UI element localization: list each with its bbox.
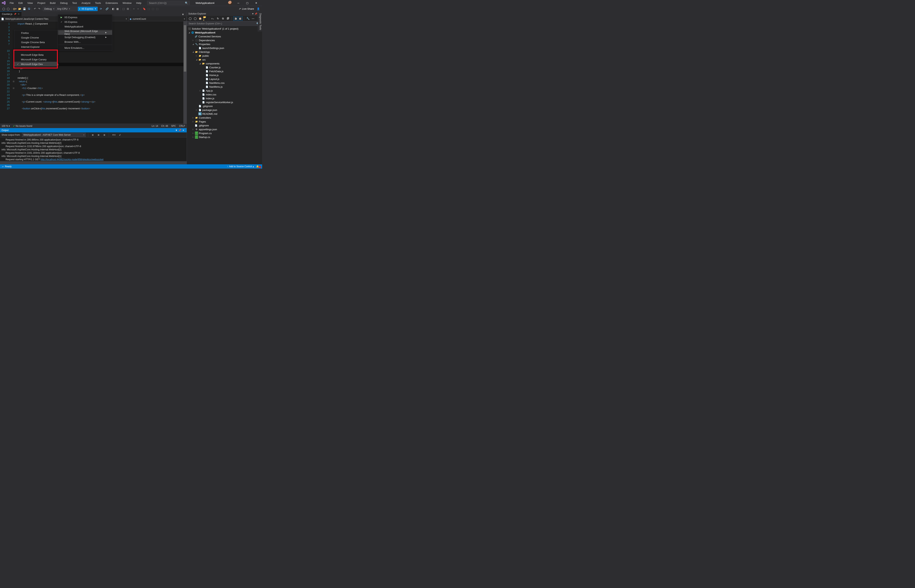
tab-close-icon[interactable]: ✕: [18, 13, 19, 15]
pt-f[interactable]: —: [251, 16, 255, 21]
output-wrap-button[interactable]: ↲: [118, 133, 122, 137]
pt-d[interactable]: ◨: [233, 16, 238, 21]
menu-help[interactable]: Help: [134, 1, 143, 5]
new-item-button[interactable]: ▧▾: [12, 7, 18, 11]
node-clientapp[interactable]: ◢📂ClientApp: [187, 50, 262, 54]
solution-explorer-title[interactable]: Solution Explorer ▼ 📌 ✕: [187, 11, 262, 16]
menu-web-browser[interactable]: Web Browser (Microsoft Edge Dev)▶: [58, 30, 112, 35]
output-dropdown-icon[interactable]: ▼: [175, 129, 178, 132]
menu-file[interactable]: File: [8, 1, 16, 5]
pt-home[interactable]: 🏠: [198, 16, 202, 21]
output-pin-icon[interactable]: 📌: [178, 129, 182, 132]
node-program[interactable]: ▷C#Program.cs: [187, 131, 262, 135]
menu-debug[interactable]: Debug: [58, 1, 70, 5]
node-indexcss[interactable]: 📄index.css: [187, 92, 262, 96]
panel-pin-icon[interactable]: 📌: [254, 13, 257, 15]
editor-scrollbar[interactable]: [183, 21, 187, 124]
pt-b[interactable]: ⧉: [221, 16, 225, 21]
output-btn-b[interactable]: ≣: [96, 133, 101, 137]
node-solution[interactable]: ⬛Solution 'WebApplication4' (1 of 1 proj…: [187, 27, 262, 31]
solution-search[interactable]: Search Solution Explorer (Ctrl+;)🔍▾: [187, 21, 262, 26]
bookmark-button[interactable]: 🔖: [142, 7, 147, 11]
tb-btn-f[interactable]: ≡: [136, 7, 140, 11]
close-button[interactable]: ✕: [252, 0, 260, 6]
node-deps[interactable]: ▷⬚Dependencies: [187, 38, 262, 42]
menu-chrome-beta[interactable]: Google Chrome Beta: [15, 40, 58, 45]
notifications-button[interactable]: 🔔1: [255, 165, 260, 168]
tb-btn-g[interactable]: ⬚: [147, 7, 151, 11]
run-button[interactable]: ▶IIS Express▼: [78, 7, 98, 11]
node-home[interactable]: 📄Home.js: [187, 73, 262, 77]
node-launch[interactable]: 📄launchSettings.json: [187, 46, 262, 50]
menu-window[interactable]: Window: [121, 1, 133, 5]
menu-edge-canary[interactable]: Microsoft Edge Canary: [15, 57, 57, 62]
node-fetch[interactable]: 📄FetchData.js: [187, 69, 262, 73]
tb-btn-a[interactable]: ◧: [111, 7, 115, 11]
menu-analyze[interactable]: Analyze: [79, 1, 92, 5]
output-clear-button[interactable]: ✕≡: [112, 133, 116, 137]
menu-browse-with[interactable]: Browse With...: [58, 39, 112, 44]
pt-fwd[interactable]: ◯: [193, 16, 197, 21]
menu-iis-express-2[interactable]: ✓IIS Express: [58, 19, 112, 24]
node-indexjs[interactable]: 📄index.js: [187, 96, 262, 100]
output-link[interactable]: http://localhost:44362/sockjs-node/858/g…: [40, 158, 103, 161]
quick-search[interactable]: Search (Ctrl+Q) 🔍: [147, 1, 190, 5]
solution-tree[interactable]: ⬛Solution 'WebApplication4' (1 of 1 proj…: [187, 26, 262, 164]
pt-e[interactable]: ◧: [238, 16, 242, 21]
menu-edge-dev[interactable]: ✓Microsoft Edge Dev: [15, 62, 57, 66]
node-appjs[interactable]: ▷📄App.js: [187, 89, 262, 92]
menu-view[interactable]: View: [25, 1, 35, 5]
tb-btn-h[interactable]: ⬚: [151, 7, 155, 11]
maximize-button[interactable]: ▢: [243, 0, 252, 6]
tb-btn-c[interactable]: ⬚: [121, 7, 126, 11]
node-gitignore[interactable]: 📄.gitignore: [187, 104, 262, 108]
save-button[interactable]: 💾: [22, 7, 27, 11]
output-btn-c[interactable]: ≣: [102, 133, 107, 137]
pt-wrench[interactable]: 🔧: [246, 16, 250, 21]
node-navcss[interactable]: 📄NavMenu.css: [187, 81, 262, 85]
config-combo[interactable]: Debug▼: [43, 7, 55, 11]
panel-dropdown-icon[interactable]: ▼: [251, 13, 254, 15]
output-btn-a[interactable]: ≣: [91, 133, 95, 137]
pt-back[interactable]: ◯: [188, 16, 192, 21]
zoom-combo[interactable]: 100 % ▾: [2, 124, 10, 128]
pt-a[interactable]: ⟐▾: [211, 16, 215, 21]
tb-btn-d[interactable]: ⊟: [126, 7, 130, 11]
menu-chrome[interactable]: Google Chrome: [15, 35, 58, 40]
pt-c[interactable]: 🗐: [226, 16, 230, 21]
node-pages[interactable]: ▷📁Pages: [187, 120, 262, 123]
node-navjs[interactable]: 📄NavMenu.js: [187, 85, 262, 89]
menu-extensions[interactable]: Extensions: [103, 1, 120, 5]
tab-overflow-button[interactable]: ▼: [181, 12, 185, 16]
nav-member-combo[interactable]: ◆ currentCount ▼: [129, 17, 187, 21]
save-all-button[interactable]: 🖫: [27, 7, 31, 11]
tb-btn-i[interactable]: ⬚: [155, 7, 159, 11]
node-controllers[interactable]: ▷📁Controllers: [187, 116, 262, 120]
node-public[interactable]: ▷📁public: [187, 54, 262, 58]
menu-script-debugging[interactable]: Script Debugging (Enabled)▶: [58, 35, 112, 39]
nav-back-button[interactable]: ◯: [2, 7, 6, 11]
menu-more-emulators[interactable]: More Emulators...: [58, 45, 112, 50]
menu-project[interactable]: Project: [36, 1, 47, 5]
node-rsw[interactable]: 📄registerServiceWorker.js: [187, 100, 262, 104]
menu-edit[interactable]: Edit: [16, 1, 24, 5]
output-text[interactable]: Request finished in 295.985ms 200 applic…: [0, 137, 187, 161]
menu-ie[interactable]: Internet Explorer: [15, 45, 58, 49]
node-project[interactable]: ◢🌐WebApplication4: [187, 31, 262, 34]
menu-build[interactable]: Build: [48, 1, 58, 5]
menu-edge-beta[interactable]: Microsoft Edge Beta: [15, 52, 57, 57]
live-share-button[interactable]: ↗ Live Share: [237, 7, 256, 10]
undo-button[interactable]: ↶: [33, 7, 37, 11]
menu-webapp4[interactable]: WebApplication4: [58, 24, 112, 29]
diagnostic-tools-tab[interactable]: Diagnostic Tools: [258, 11, 262, 32]
minimize-button[interactable]: ─: [234, 0, 243, 6]
node-pkg[interactable]: ▷📄package.json: [187, 108, 262, 112]
nav-scope-combo[interactable]: 📄 WebApplication4 JavaScript Content Fil…: [0, 17, 66, 21]
output-source-combo[interactable]: WebApplication4 - ASP.NET Core Web Serve…: [22, 133, 86, 137]
platform-combo[interactable]: Any CPU▼: [56, 7, 77, 11]
browser-link-button[interactable]: 🔗: [105, 7, 109, 11]
open-button[interactable]: 📂: [18, 7, 22, 11]
node-readme[interactable]: M↓README.md: [187, 112, 262, 116]
tb-btn-b[interactable]: ▦: [115, 7, 120, 11]
node-connected[interactable]: 🔗Connected Services: [187, 34, 262, 38]
